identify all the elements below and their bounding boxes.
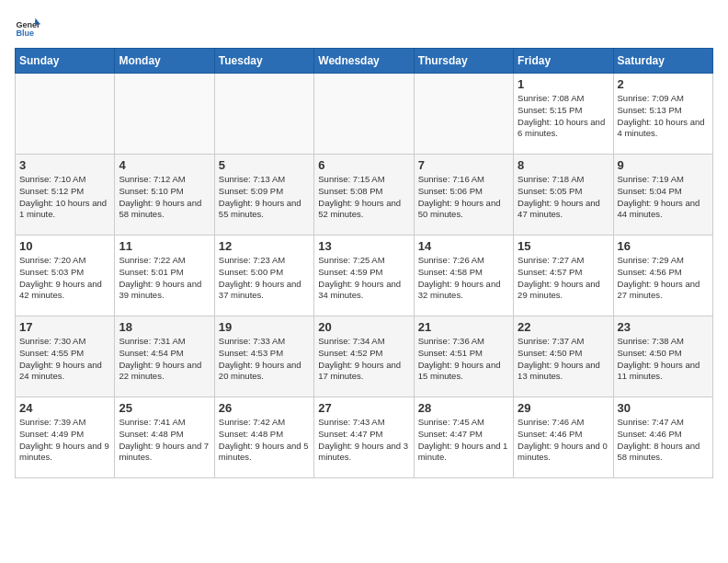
day-info: Sunrise: 7:39 AM Sunset: 4:49 PM Dayligh… <box>19 417 110 464</box>
day-info: Sunrise: 7:34 AM Sunset: 4:52 PM Dayligh… <box>318 336 409 383</box>
calendar-cell: 6Sunrise: 7:15 AM Sunset: 5:08 PM Daylig… <box>314 155 414 236</box>
column-header-wednesday: Wednesday <box>314 49 414 74</box>
day-number: 11 <box>119 239 210 253</box>
day-info: Sunrise: 7:13 AM Sunset: 5:09 PM Dayligh… <box>219 174 310 221</box>
day-info: Sunrise: 7:38 AM Sunset: 4:50 PM Dayligh… <box>618 336 709 383</box>
calendar-week-2: 3Sunrise: 7:10 AM Sunset: 5:12 PM Daylig… <box>16 155 713 236</box>
column-header-thursday: Thursday <box>414 49 513 74</box>
day-number: 10 <box>19 239 110 253</box>
calendar-cell: 25Sunrise: 7:41 AM Sunset: 4:48 PM Dayli… <box>115 397 214 478</box>
day-number: 30 <box>618 401 709 415</box>
calendar-cell: 11Sunrise: 7:22 AM Sunset: 5:01 PM Dayli… <box>115 236 214 316</box>
day-number: 24 <box>19 401 110 415</box>
day-info: Sunrise: 7:30 AM Sunset: 4:55 PM Dayligh… <box>19 336 110 383</box>
day-info: Sunrise: 7:33 AM Sunset: 4:53 PM Dayligh… <box>219 336 310 383</box>
day-info: Sunrise: 7:23 AM Sunset: 5:00 PM Dayligh… <box>219 255 310 302</box>
calendar-cell: 1Sunrise: 7:08 AM Sunset: 5:15 PM Daylig… <box>514 74 613 155</box>
day-info: Sunrise: 7:18 AM Sunset: 5:05 PM Dayligh… <box>518 174 609 221</box>
calendar-cell: 17Sunrise: 7:30 AM Sunset: 4:55 PM Dayli… <box>16 316 115 397</box>
calendar-cell: 20Sunrise: 7:34 AM Sunset: 4:52 PM Dayli… <box>314 316 414 397</box>
day-number: 1 <box>518 77 609 91</box>
day-info: Sunrise: 7:46 AM Sunset: 4:46 PM Dayligh… <box>518 417 609 464</box>
day-info: Sunrise: 7:45 AM Sunset: 4:47 PM Dayligh… <box>418 417 509 464</box>
day-number: 14 <box>418 239 509 253</box>
day-number: 15 <box>518 239 609 253</box>
calendar-cell: 22Sunrise: 7:37 AM Sunset: 4:50 PM Dayli… <box>514 316 613 397</box>
calendar-cell: 14Sunrise: 7:26 AM Sunset: 4:58 PM Dayli… <box>414 236 513 316</box>
day-number: 12 <box>219 239 310 253</box>
calendar-cell: 28Sunrise: 7:45 AM Sunset: 4:47 PM Dayli… <box>414 397 513 478</box>
day-number: 6 <box>318 158 409 172</box>
day-info: Sunrise: 7:37 AM Sunset: 4:50 PM Dayligh… <box>518 336 609 383</box>
calendar-cell: 21Sunrise: 7:36 AM Sunset: 4:51 PM Dayli… <box>414 316 513 397</box>
day-info: Sunrise: 7:31 AM Sunset: 4:54 PM Dayligh… <box>119 336 210 383</box>
day-number: 4 <box>119 158 210 172</box>
calendar-cell: 27Sunrise: 7:43 AM Sunset: 4:47 PM Dayli… <box>314 397 414 478</box>
day-info: Sunrise: 7:26 AM Sunset: 4:58 PM Dayligh… <box>418 255 509 302</box>
calendar-cell: 24Sunrise: 7:39 AM Sunset: 4:49 PM Dayli… <box>16 397 115 478</box>
calendar-cell: 18Sunrise: 7:31 AM Sunset: 4:54 PM Dayli… <box>115 316 214 397</box>
day-info: Sunrise: 7:15 AM Sunset: 5:08 PM Dayligh… <box>318 174 409 221</box>
calendar-week-3: 10Sunrise: 7:20 AM Sunset: 5:03 PM Dayli… <box>16 236 713 316</box>
calendar-cell: 7Sunrise: 7:16 AM Sunset: 5:06 PM Daylig… <box>414 155 513 236</box>
day-info: Sunrise: 7:22 AM Sunset: 5:01 PM Dayligh… <box>119 255 210 302</box>
calendar-cell <box>414 74 513 155</box>
day-info: Sunrise: 7:36 AM Sunset: 4:51 PM Dayligh… <box>418 336 509 383</box>
day-info: Sunrise: 7:08 AM Sunset: 5:15 PM Dayligh… <box>518 93 609 140</box>
day-number: 21 <box>418 320 509 334</box>
day-info: Sunrise: 7:27 AM Sunset: 4:57 PM Dayligh… <box>518 255 609 302</box>
calendar-cell: 19Sunrise: 7:33 AM Sunset: 4:53 PM Dayli… <box>214 316 313 397</box>
day-info: Sunrise: 7:25 AM Sunset: 4:59 PM Dayligh… <box>318 255 409 302</box>
calendar-cell: 5Sunrise: 7:13 AM Sunset: 5:09 PM Daylig… <box>214 155 313 236</box>
calendar-week-5: 24Sunrise: 7:39 AM Sunset: 4:49 PM Dayli… <box>16 397 713 478</box>
day-number: 8 <box>518 158 609 172</box>
calendar-cell <box>16 74 115 155</box>
day-number: 25 <box>119 401 210 415</box>
calendar-cell: 12Sunrise: 7:23 AM Sunset: 5:00 PM Dayli… <box>214 236 313 316</box>
day-number: 26 <box>219 401 310 415</box>
calendar-header-row: SundayMondayTuesdayWednesdayThursdayFrid… <box>16 49 713 74</box>
day-number: 16 <box>618 239 709 253</box>
day-info: Sunrise: 7:47 AM Sunset: 4:46 PM Dayligh… <box>618 417 709 464</box>
calendar-cell: 29Sunrise: 7:46 AM Sunset: 4:46 PM Dayli… <box>514 397 613 478</box>
calendar-cell: 9Sunrise: 7:19 AM Sunset: 5:04 PM Daylig… <box>613 155 712 236</box>
day-info: Sunrise: 7:41 AM Sunset: 4:48 PM Dayligh… <box>119 417 210 464</box>
calendar-body: 1Sunrise: 7:08 AM Sunset: 5:15 PM Daylig… <box>16 74 713 478</box>
svg-text:Blue: Blue <box>16 29 34 38</box>
day-info: Sunrise: 7:10 AM Sunset: 5:12 PM Dayligh… <box>19 174 110 221</box>
column-header-monday: Monday <box>115 49 214 74</box>
day-number: 28 <box>418 401 509 415</box>
day-number: 2 <box>618 77 709 91</box>
day-info: Sunrise: 7:19 AM Sunset: 5:04 PM Dayligh… <box>618 174 709 221</box>
day-info: Sunrise: 7:12 AM Sunset: 5:10 PM Dayligh… <box>119 174 210 221</box>
day-number: 23 <box>618 320 709 334</box>
logo-icon: General Blue <box>15 15 40 40</box>
calendar-cell: 26Sunrise: 7:42 AM Sunset: 4:48 PM Dayli… <box>214 397 313 478</box>
calendar-cell: 23Sunrise: 7:38 AM Sunset: 4:50 PM Dayli… <box>613 316 712 397</box>
calendar-cell <box>314 74 414 155</box>
day-info: Sunrise: 7:16 AM Sunset: 5:06 PM Dayligh… <box>418 174 509 221</box>
day-number: 27 <box>318 401 409 415</box>
calendar-cell <box>214 74 313 155</box>
column-header-friday: Friday <box>514 49 613 74</box>
day-number: 7 <box>418 158 509 172</box>
column-header-sunday: Sunday <box>16 49 115 74</box>
calendar-cell: 3Sunrise: 7:10 AM Sunset: 5:12 PM Daylig… <box>16 155 115 236</box>
day-number: 3 <box>19 158 110 172</box>
calendar-cell: 30Sunrise: 7:47 AM Sunset: 4:46 PM Dayli… <box>613 397 712 478</box>
calendar-cell: 16Sunrise: 7:29 AM Sunset: 4:56 PM Dayli… <box>613 236 712 316</box>
calendar-cell: 4Sunrise: 7:12 AM Sunset: 5:10 PM Daylig… <box>115 155 214 236</box>
day-info: Sunrise: 7:29 AM Sunset: 4:56 PM Dayligh… <box>618 255 709 302</box>
calendar-cell: 2Sunrise: 7:09 AM Sunset: 5:13 PM Daylig… <box>613 74 712 155</box>
day-number: 20 <box>318 320 409 334</box>
day-number: 17 <box>19 320 110 334</box>
column-header-tuesday: Tuesday <box>214 49 313 74</box>
calendar-cell: 8Sunrise: 7:18 AM Sunset: 5:05 PM Daylig… <box>514 155 613 236</box>
calendar-table: SundayMondayTuesdayWednesdayThursdayFrid… <box>15 48 713 478</box>
day-number: 29 <box>518 401 609 415</box>
calendar-cell: 13Sunrise: 7:25 AM Sunset: 4:59 PM Dayli… <box>314 236 414 316</box>
day-number: 19 <box>219 320 310 334</box>
day-info: Sunrise: 7:43 AM Sunset: 4:47 PM Dayligh… <box>318 417 409 464</box>
calendar-cell: 15Sunrise: 7:27 AM Sunset: 4:57 PM Dayli… <box>514 236 613 316</box>
calendar-cell: 10Sunrise: 7:20 AM Sunset: 5:03 PM Dayli… <box>16 236 115 316</box>
